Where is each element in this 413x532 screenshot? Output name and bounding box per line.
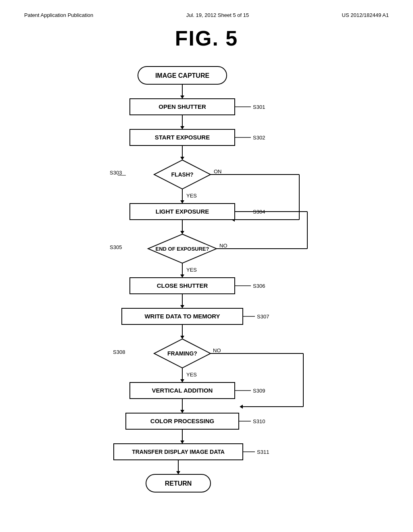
header-right: US 2012/182449 A1 (342, 12, 389, 18)
s303-yes: YES (186, 193, 197, 199)
s305-diamond: END OF EXPOSURE? (156, 246, 209, 252)
s302-label: START EXPOSURE (155, 134, 210, 141)
svg-marker-22 (180, 231, 184, 234)
s311-label: TRANSFER DISPLAY IMAGE DATA (132, 449, 225, 455)
figure-title: FIG. 5 (24, 26, 389, 50)
s311-step: S311 (257, 449, 269, 455)
s301-label: OPEN SHUTTER (159, 103, 206, 110)
s307-step: S307 (257, 314, 269, 320)
header-middle: Jul. 19, 2012 Sheet 5 of 15 (186, 12, 249, 18)
s306-label: CLOSE SHUTTER (157, 282, 208, 289)
start-label: IMAGE CAPTURE (155, 72, 210, 79)
s303-on: ON (214, 168, 222, 175)
svg-marker-2 (180, 96, 184, 99)
s309-step: S309 (253, 388, 265, 394)
svg-marker-6 (180, 126, 184, 129)
s301-step: S301 (253, 104, 265, 110)
s306-step: S306 (253, 283, 265, 289)
svg-marker-36 (180, 336, 184, 339)
s310-label: COLOR PROCESSING (150, 418, 214, 424)
s308-yes: YES (186, 372, 197, 378)
svg-marker-32 (180, 305, 184, 308)
flowchart: IMAGE CAPTURE OPEN SHUTTER S301 START EX… (25, 62, 388, 506)
s303-step: S303 (110, 170, 122, 176)
svg-marker-43 (180, 379, 184, 382)
svg-marker-51 (180, 441, 184, 444)
s305-step: S305 (110, 244, 122, 250)
s310-step: S310 (253, 418, 265, 424)
s304-label: LIGHT EXPOSURE (156, 208, 209, 215)
svg-marker-10 (180, 157, 184, 160)
svg-marker-47 (180, 410, 184, 413)
svg-marker-28 (180, 274, 184, 278)
s305-yes: YES (186, 267, 197, 273)
s303-diamond: FLASH? (171, 171, 193, 178)
s305-no: NO (219, 243, 227, 249)
s308-step: S308 (113, 349, 125, 355)
s307-label: WRITE DATA TO MEMORY (144, 313, 220, 320)
svg-marker-18 (180, 200, 184, 204)
s308-diamond: FRAMING? (167, 350, 197, 357)
svg-marker-41 (240, 405, 243, 409)
header-left: Patent Application Publication (24, 12, 93, 18)
end-label: RETURN (165, 480, 192, 487)
s309-label: VERTICAL ADDITION (152, 387, 213, 394)
s308-no: NO (213, 347, 221, 353)
s302-step: S302 (253, 135, 265, 141)
svg-marker-55 (176, 471, 180, 474)
